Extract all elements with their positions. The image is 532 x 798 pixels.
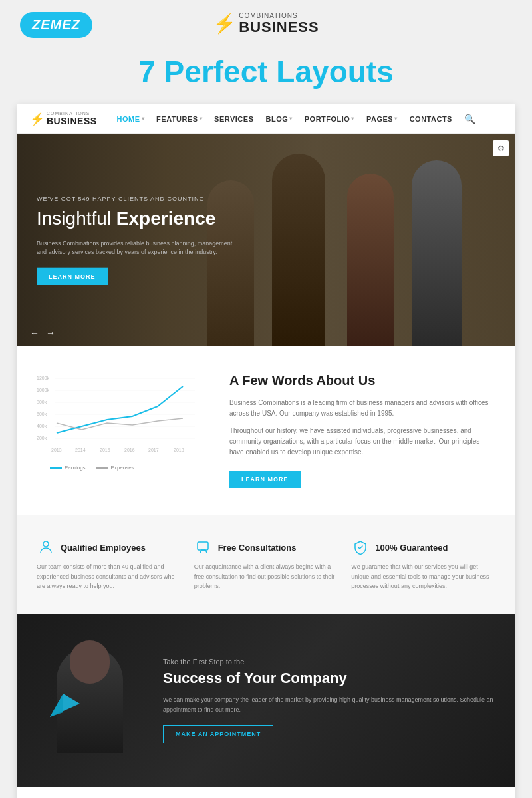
hero-title-section: 7 Perfect Layouts <box>0 42 532 104</box>
slider-nav: ← → <box>30 328 55 338</box>
cta-section: Take the First Step to the Success of Yo… <box>17 614 515 787</box>
guaranteed-text: We guarantee that with our services you … <box>351 562 495 591</box>
chart-legend: Earnings Expenses <box>37 465 209 471</box>
navbar-brand-icon: ⚡ <box>30 112 45 126</box>
paper-plane-icon <box>50 694 80 720</box>
feature-guaranteed: 100% Guaranteed We guarantee that with o… <box>351 538 495 591</box>
page-title: 7 Perfect Layouts <box>0 54 532 90</box>
slider-prev-button[interactable]: ← <box>30 328 39 338</box>
bottom-strip <box>17 787 515 798</box>
feature-consultation: Free Consultations Our acquaintance with… <box>194 538 338 591</box>
qualified-icon <box>37 538 55 557</box>
svg-text:2016: 2016 <box>100 448 110 452</box>
feature-consultation-header: Free Consultations <box>194 538 338 557</box>
hero-headline: Insightful Experience <box>37 207 236 230</box>
svg-text:400k: 400k <box>37 424 47 428</box>
expenses-line-icon <box>96 467 108 469</box>
chart-area: 1200k 1000k 800k 600k 400k 200k <box>37 373 196 460</box>
navbar: ⚡ combinations BUSINESS HOME ▾ FEATURES … <box>17 104 515 134</box>
hero-people-area <box>192 134 516 346</box>
hero-headline-bold: Experience <box>116 208 215 229</box>
svg-text:200k: 200k <box>37 436 47 440</box>
about-text-1: Business Combinations is a leading firm … <box>229 398 495 419</box>
search-icon[interactable]: 🔍 <box>464 114 475 124</box>
nav-portfolio[interactable]: PORTFOLIO ▾ <box>305 115 354 123</box>
earnings-line-icon <box>50 467 62 469</box>
hero-headline-normal: Insightful <box>37 208 111 229</box>
about-text-2: Throughout our history, we have assisted… <box>229 426 495 458</box>
feature-guaranteed-header: 100% Guaranteed <box>351 538 495 557</box>
cta-appointment-button[interactable]: MAKE AN APPOINTMENT <box>163 725 273 743</box>
navbar-brand: ⚡ combinations BUSINESS <box>30 111 97 126</box>
consultation-text: Our acquaintance with a client always be… <box>194 562 338 591</box>
cta-title: Success of Your Company <box>163 670 495 687</box>
top-bar: ZEMEZ ⚡ combinations BUSINESS <box>0 0 532 42</box>
svg-text:1000k: 1000k <box>37 388 50 392</box>
cta-person-area <box>37 647 143 753</box>
about-learn-more-button[interactable]: LEARN MORE <box>229 471 301 488</box>
feature-qualified-header: Qualified Employees <box>37 538 181 557</box>
hero-learn-more-button[interactable]: LEARN MORE <box>37 268 108 285</box>
svg-text:1200k: 1200k <box>37 376 50 380</box>
chart-container: 1200k 1000k 800k 600k 400k 200k <box>37 373 209 471</box>
nav-pages[interactable]: PAGES ▾ <box>366 115 398 123</box>
svg-text:600k: 600k <box>37 412 47 416</box>
svg-text:2014: 2014 <box>75 448 86 452</box>
qualified-text: Our team consists of more than 40 qualif… <box>37 562 181 591</box>
cta-text: We can make your company the leader of t… <box>163 695 495 714</box>
brand-logo-text: combinations BUSINESS <box>239 12 319 35</box>
slider-settings-button[interactable]: ⚙ <box>493 140 509 156</box>
nav-home[interactable]: HOME ▾ <box>117 115 145 123</box>
svg-rect-19 <box>198 542 208 550</box>
cta-head-silhouette <box>70 640 110 684</box>
navbar-business: BUSINESS <box>47 116 97 126</box>
hero-description: Business Combinations provides reliable … <box>37 239 236 257</box>
qualified-title: Qualified Employees <box>61 543 146 553</box>
person-silhouette-3 <box>347 174 394 346</box>
preview-card: ⚡ combinations BUSINESS HOME ▾ FEATURES … <box>17 104 515 798</box>
expenses-label: Expenses <box>111 465 134 471</box>
slider-next-button[interactable]: → <box>46 328 55 338</box>
svg-text:800k: 800k <box>37 400 47 404</box>
svg-text:2016: 2016 <box>124 448 135 452</box>
navbar-links: HOME ▾ FEATURES ▾ SERVICES BLOG ▾ PORTFO… <box>117 114 502 124</box>
legend-expenses: Expenses <box>96 465 134 471</box>
svg-text:2017: 2017 <box>148 448 159 452</box>
nav-contacts[interactable]: CONTACTS <box>410 115 452 123</box>
zemez-logo: ZEMEZ <box>20 12 92 38</box>
cta-person-figure <box>47 640 133 753</box>
features-section: Qualified Employees Our team consists of… <box>17 515 515 614</box>
about-title: A Few Words About Us <box>229 373 495 388</box>
consultation-icon <box>194 538 213 557</box>
hero-slider: WE'VE GOT 549 HAPPY CLIENTS AND COUNTING… <box>17 134 515 346</box>
about-content: A Few Words About Us Business Combinatio… <box>229 373 495 488</box>
earnings-label: Earnings <box>65 465 86 471</box>
svg-text:2013: 2013 <box>51 448 62 452</box>
person-silhouette-2 <box>272 154 325 346</box>
person-silhouette-4 <box>412 160 462 346</box>
brand-business: BUSINESS <box>239 19 319 35</box>
svg-marker-21 <box>50 694 63 717</box>
nav-features[interactable]: FEATURES ▾ <box>156 115 202 123</box>
cta-pretitle: Take the First Step to the <box>163 658 495 666</box>
consultation-title: Free Consultations <box>218 543 297 553</box>
legend-earnings: Earnings <box>50 465 86 471</box>
brand-logo: ⚡ combinations BUSINESS <box>213 12 319 35</box>
cta-content: Take the First Step to the Success of Yo… <box>163 658 495 743</box>
hero-subtitle: WE'VE GOT 549 HAPPY CLIENTS AND COUNTING <box>37 196 236 202</box>
brand-logo-icon: ⚡ <box>213 15 236 33</box>
chart-svg: 1200k 1000k 800k 600k 400k 200k <box>37 373 196 460</box>
guaranteed-icon <box>351 538 370 557</box>
guaranteed-title: 100% Guaranteed <box>375 543 448 553</box>
svg-point-18 <box>43 541 49 547</box>
about-section: 1200k 1000k 800k 600k 400k 200k <box>17 346 515 515</box>
hero-content: WE'VE GOT 549 HAPPY CLIENTS AND COUNTING… <box>37 196 236 285</box>
nav-services[interactable]: SERVICES <box>214 115 253 123</box>
feature-qualified: Qualified Employees Our team consists of… <box>37 538 181 591</box>
nav-blog[interactable]: BLOG ▾ <box>265 115 292 123</box>
navbar-brand-text: combinations BUSINESS <box>47 111 97 126</box>
svg-text:2018: 2018 <box>174 448 184 452</box>
